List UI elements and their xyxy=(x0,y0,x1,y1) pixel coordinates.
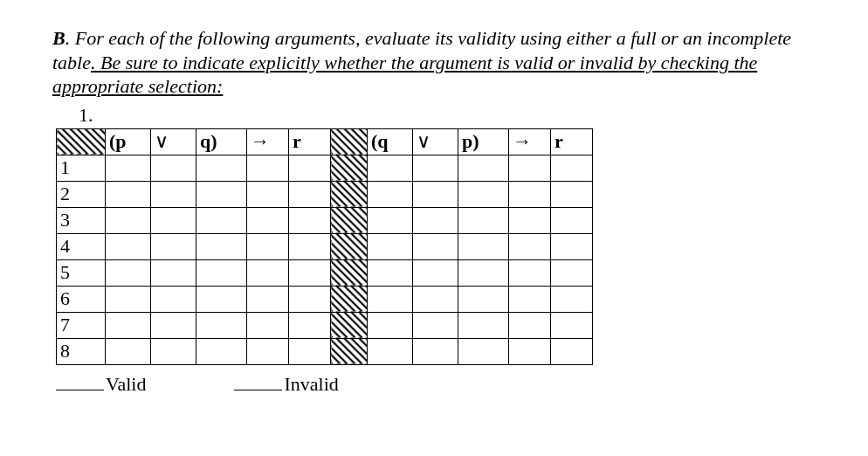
cell[interactable] xyxy=(368,286,413,312)
cell[interactable] xyxy=(106,312,151,338)
cell[interactable] xyxy=(413,181,458,207)
cell[interactable] xyxy=(551,286,593,312)
table-row: 1 xyxy=(57,155,593,181)
answer-row: Valid Invalid xyxy=(56,369,816,396)
cell[interactable] xyxy=(289,207,331,233)
cell[interactable] xyxy=(106,181,151,207)
cell[interactable] xyxy=(151,181,196,207)
cell[interactable] xyxy=(289,286,331,312)
valid-blank[interactable] xyxy=(56,369,104,390)
cell[interactable] xyxy=(106,286,151,312)
cell[interactable] xyxy=(509,181,551,207)
cell[interactable] xyxy=(458,155,509,181)
cell[interactable] xyxy=(509,312,551,338)
header-right-0: (q xyxy=(368,128,413,155)
row-index: 3 xyxy=(57,207,106,233)
cell[interactable] xyxy=(368,233,413,259)
cell[interactable] xyxy=(289,155,331,181)
cell[interactable] xyxy=(106,155,151,181)
row-index: 5 xyxy=(57,259,106,286)
cell[interactable] xyxy=(458,259,509,286)
cell[interactable] xyxy=(151,259,196,286)
section-label: B xyxy=(52,27,65,49)
cell[interactable] xyxy=(551,312,593,338)
cell[interactable] xyxy=(509,207,551,233)
cell[interactable] xyxy=(247,338,289,364)
cell[interactable] xyxy=(289,312,331,338)
cell[interactable] xyxy=(509,155,551,181)
cell[interactable] xyxy=(247,312,289,338)
cell[interactable] xyxy=(196,338,247,364)
row-index: 4 xyxy=(57,233,106,259)
cell[interactable] xyxy=(151,286,196,312)
cell[interactable] xyxy=(106,259,151,286)
cell[interactable] xyxy=(458,312,509,338)
cell[interactable] xyxy=(289,259,331,286)
cell[interactable] xyxy=(551,338,593,364)
header-left-1: ∨ xyxy=(151,128,196,155)
cell[interactable] xyxy=(551,233,593,259)
cell[interactable] xyxy=(247,207,289,233)
cell[interactable] xyxy=(151,233,196,259)
table-row: 6 xyxy=(57,286,593,312)
cell[interactable] xyxy=(368,207,413,233)
cell[interactable] xyxy=(196,233,247,259)
cell[interactable] xyxy=(289,233,331,259)
cell[interactable] xyxy=(413,207,458,233)
cell[interactable] xyxy=(289,181,331,207)
cell[interactable] xyxy=(458,181,509,207)
cell[interactable] xyxy=(106,207,151,233)
cell[interactable] xyxy=(151,207,196,233)
cell[interactable] xyxy=(196,259,247,286)
cell[interactable] xyxy=(106,338,151,364)
problem-number: 1. xyxy=(79,104,816,127)
cell[interactable] xyxy=(151,155,196,181)
cell[interactable] xyxy=(413,259,458,286)
row-index: 2 xyxy=(57,181,106,207)
cell[interactable] xyxy=(509,286,551,312)
cell[interactable] xyxy=(196,155,247,181)
invalid-blank[interactable] xyxy=(234,369,282,390)
cell[interactable] xyxy=(368,181,413,207)
cell[interactable] xyxy=(368,312,413,338)
cell[interactable] xyxy=(247,233,289,259)
cell[interactable] xyxy=(458,207,509,233)
cell[interactable] xyxy=(509,233,551,259)
header-row: (p ∨ q) → r (q ∨ p) → r xyxy=(57,128,593,155)
row-index: 1 xyxy=(57,155,106,181)
cell[interactable] xyxy=(551,259,593,286)
cell[interactable] xyxy=(368,338,413,364)
divider-hatched xyxy=(331,155,368,181)
cell[interactable] xyxy=(368,155,413,181)
cell[interactable] xyxy=(151,312,196,338)
cell[interactable] xyxy=(196,181,247,207)
cell[interactable] xyxy=(413,155,458,181)
cell[interactable] xyxy=(247,259,289,286)
valid-label: Valid xyxy=(106,373,146,395)
cell[interactable] xyxy=(413,286,458,312)
cell[interactable] xyxy=(458,233,509,259)
cell[interactable] xyxy=(551,155,593,181)
cell[interactable] xyxy=(196,312,247,338)
cell[interactable] xyxy=(458,338,509,364)
cell[interactable] xyxy=(509,259,551,286)
cell[interactable] xyxy=(458,286,509,312)
cell[interactable] xyxy=(151,338,196,364)
cell[interactable] xyxy=(247,155,289,181)
cell[interactable] xyxy=(247,181,289,207)
cell[interactable] xyxy=(413,338,458,364)
cell[interactable] xyxy=(551,181,593,207)
cell[interactable] xyxy=(509,338,551,364)
cell[interactable] xyxy=(413,312,458,338)
header-left-0: (p xyxy=(106,128,151,155)
table-row: 2 xyxy=(57,181,593,207)
cell[interactable] xyxy=(289,338,331,364)
table-row: 3 xyxy=(57,207,593,233)
cell[interactable] xyxy=(106,233,151,259)
cell[interactable] xyxy=(551,207,593,233)
cell[interactable] xyxy=(196,207,247,233)
cell[interactable] xyxy=(247,286,289,312)
cell[interactable] xyxy=(368,259,413,286)
cell[interactable] xyxy=(413,233,458,259)
cell[interactable] xyxy=(196,286,247,312)
